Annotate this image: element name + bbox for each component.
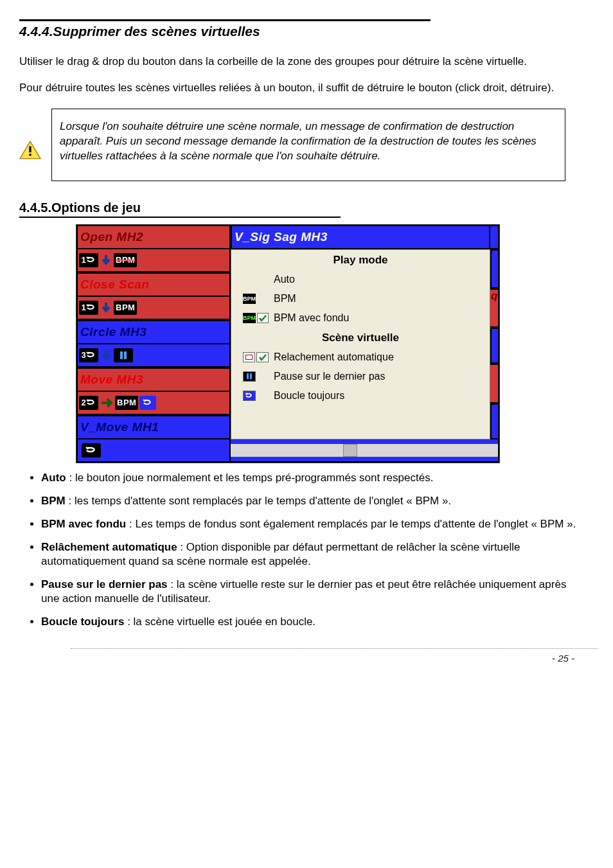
scene-buttons-left: Open MH2 1 BPM Close Scan 1 BPM (76, 225, 231, 463)
bottom-blue-row (231, 439, 499, 463)
right-strip: q (490, 249, 499, 439)
warning-block: Lorsque l'on souhaite détruire une scène… (19, 109, 581, 181)
menu-item-bpm-fondu[interactable]: BPM BPM avec fondu (231, 308, 490, 328)
stop-square-icon (243, 352, 255, 362)
menu-item-icons (243, 352, 269, 362)
loop-count-icon: 1 (79, 301, 98, 315)
scene-button-label: Circle MH3 (80, 325, 147, 339)
list-rest: : la scène virtuelle est jouée en boucle… (124, 616, 315, 628)
warning-icon (19, 141, 41, 160)
bpm-green-icon: BPM (243, 313, 256, 323)
scene-button-close-scan[interactable]: Close Scan (76, 272, 231, 297)
page: 4.4.4.Supprimer des scènes virtuelles Ut… (0, 0, 613, 868)
right-strip-red2 (490, 364, 499, 403)
scene-button-open-mh2[interactable]: Open MH2 (76, 225, 231, 249)
right-strip-blue3 (490, 403, 499, 439)
menu-item-icons (243, 371, 269, 382)
list-rest: : le bouton joue normalement et les temp… (66, 472, 434, 484)
scene-button-circle-mh3-icons: 3 (76, 344, 231, 368)
horizontal-scrollbar[interactable] (231, 444, 498, 457)
list-item: Relâchement automatique : Option disponi… (41, 540, 581, 569)
loop-count-icon: 1 (79, 253, 98, 267)
list-item: Pause sur le dernier pas : la scène virt… (41, 578, 581, 606)
menu-item-pause-last[interactable]: Pause sur le dernier pas (231, 367, 490, 386)
list-term: Relâchement automatique (41, 541, 177, 553)
scene-button-v-move-mh1-icons (76, 439, 231, 463)
arrow-down-icon (100, 348, 112, 362)
context-menu: Play mode Auto BPM BPM (231, 249, 490, 439)
list-item: Boucle toujours : la scène virtuelle est… (41, 615, 581, 629)
bpm-icon: BPM (243, 294, 256, 304)
list-term: Pause sur le dernier pas (41, 578, 168, 590)
menu-item-label: BPM avec fondu (274, 312, 349, 324)
list-item: BPM : les temps d'attente sont remplacés… (41, 494, 581, 508)
scene-button-v-sigsag-mh3[interactable]: V_Sig Sag MH3 (231, 225, 490, 249)
list-term: Boucle toujours (41, 616, 124, 628)
menu-item-auto[interactable]: Auto (231, 270, 490, 289)
menu-item-label: Pause sur le dernier pas (274, 371, 385, 382)
right-strip-blue (490, 249, 499, 288)
heading-4-4-5: 4.4.5.Options de jeu (19, 200, 581, 215)
scene-button-label: Open MH2 (80, 230, 143, 244)
check-icon (256, 352, 269, 362)
scene-button-move-mh3[interactable]: Move MH3 (76, 368, 231, 392)
menu-item-icons (243, 391, 269, 401)
loop-always-icon (139, 396, 156, 410)
footer-rule (71, 648, 598, 649)
svg-rect-2 (29, 154, 31, 155)
options-list: Auto : le bouton joue normalement et les… (41, 471, 581, 630)
scene-button-label: Close Scan (80, 278, 149, 292)
list-rest: : Les temps de fondus sont également rem… (126, 518, 576, 530)
page-number: - 25 - (19, 653, 581, 664)
bpm-strike-icon: BPM (114, 253, 137, 267)
heading-4-4-4: 4.4.4.Supprimer des scènes virtuelles (19, 24, 581, 39)
scene-button-label: V_Move MH1 (80, 420, 159, 434)
arrow-right-icon (100, 396, 114, 409)
para-delete-drag: Utiliser le drag & drop du bouton dans l… (19, 55, 581, 69)
menu-item-label: BPM (274, 293, 296, 305)
loop-count-icon: 3 (79, 348, 98, 362)
menu-item-label: Boucle toujours (274, 390, 344, 402)
list-item: BPM avec fondu : Les temps de fondus son… (41, 517, 581, 531)
menu-heading-virtuelle: Scène virtuelle (231, 328, 490, 348)
menu-item-label: Auto (274, 274, 295, 285)
scene-button-open-mh2-icons: 1 BPM (76, 249, 231, 272)
right-strip-blue2 (490, 328, 499, 364)
list-item: Auto : le bouton joue normalement et les… (41, 471, 581, 485)
scene-button-move-mh3-icons: 2 BPM (76, 392, 231, 415)
list-term: Auto (41, 472, 66, 484)
menu-item-bpm[interactable]: BPM BPM (231, 289, 490, 308)
scene-button-label: V_Sig Sag MH3 (235, 230, 328, 244)
bpm-icon: BPM (114, 301, 137, 315)
loop-always-icon (82, 443, 101, 457)
scene-right-edge (490, 225, 499, 249)
menu-item-loop-always[interactable]: Boucle toujours (231, 386, 490, 405)
loop-count-icon: 2 (79, 396, 98, 410)
menu-item-auto-release[interactable]: Relachement automatique (231, 348, 490, 367)
scene-right-column: V_Sig Sag MH3 Play mode Auto BPM (231, 225, 499, 463)
arrow-down-icon (100, 301, 112, 315)
warning-box: Lorsque l'on souhaite détruire une scène… (51, 109, 565, 181)
screenshot-figure: Open MH2 1 BPM Close Scan 1 BPM (76, 224, 500, 463)
scene-button-close-scan-icons: 1 BPM (76, 297, 231, 320)
right-strip-letter: q (490, 290, 497, 302)
right-strip-red: q (490, 288, 499, 328)
menu-item-icons: BPM (243, 313, 269, 323)
menu-heading-playmode: Play mode (231, 250, 490, 270)
pause-icon (114, 348, 133, 362)
scene-button-v-move-mh1[interactable]: V_Move MH1 (76, 415, 231, 439)
menu-item-label: Relachement automatique (274, 351, 394, 363)
loop-always-icon (243, 391, 256, 401)
heading-rule-1 (19, 19, 431, 21)
check-icon (257, 313, 269, 323)
para-delete-all: Pour détruire toutes les scènes virtuell… (19, 81, 581, 96)
list-term: BPM (41, 495, 66, 507)
heading-rule-2 (19, 217, 341, 218)
scene-button-label: Move MH3 (80, 373, 143, 387)
list-rest: : les temps d'attente sont remplacés par… (66, 495, 451, 507)
list-term: BPM avec fondu (41, 518, 126, 530)
scene-button-circle-mh3[interactable]: Circle MH3 (76, 320, 231, 344)
menu-item-icons: BPM (243, 294, 269, 304)
scrollbar-thumb[interactable] (343, 444, 357, 457)
pause-icon (243, 371, 256, 382)
